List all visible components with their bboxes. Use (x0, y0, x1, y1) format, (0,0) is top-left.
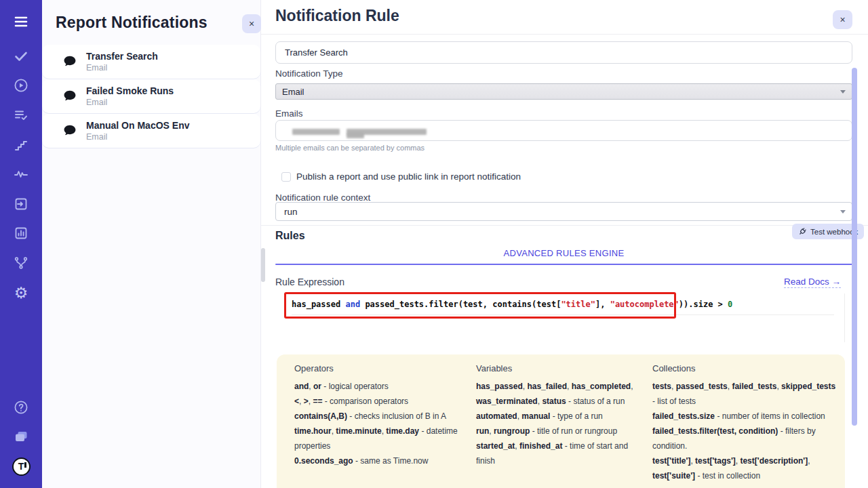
emails-helper-text: Multiple emails can be separated by comm… (275, 144, 425, 152)
drawer-close-button[interactable]: × (242, 14, 261, 33)
rule-name-input[interactable] (275, 41, 852, 64)
redacted-email-text (347, 134, 364, 138)
notification-title: Failed Smoke Runs (86, 85, 174, 96)
help-entry: failed_tests.filter(test, condition) - f… (652, 424, 837, 453)
notification-channel: Email (86, 63, 158, 73)
rule-context-select[interactable]: run (275, 202, 852, 221)
pulse-icon[interactable] (12, 165, 31, 184)
chat-bubble-icon (62, 123, 77, 138)
chevron-down-icon (840, 90, 846, 94)
gear-glyph: ⚙ (14, 285, 28, 301)
chevron-down-icon (840, 210, 846, 214)
help-entry: has_passed, has_failed, has_completed, w… (476, 379, 648, 409)
close-icon[interactable]: × (833, 10, 852, 29)
emails-label: Emails (275, 108, 303, 119)
help-entry: started_at, finished_at - time of start … (476, 439, 648, 468)
steps-icon[interactable] (12, 136, 31, 155)
help-entry: tests, passed_tests, failed_tests, skipp… (652, 379, 837, 409)
help-icon[interactable] (12, 398, 31, 417)
projects-icon[interactable] (12, 427, 31, 446)
notification-list-item[interactable]: Transfer SearchEmail (42, 45, 260, 79)
help-column: Collectionstests, passed_tests, failed_t… (652, 363, 837, 483)
help-entry: time.hour, time.minute, time.day - datet… (294, 424, 458, 453)
tab-advanced-rules-engine[interactable]: ADVANCED RULES ENGINE (275, 248, 852, 258)
drawer-scrollbar-thumb[interactable] (261, 248, 265, 282)
rules-heading: Rules (275, 230, 305, 242)
read-docs-link[interactable]: Read Docs → (784, 277, 841, 288)
divider (260, 225, 868, 226)
context-label: Notification rule context (275, 192, 370, 203)
chat-bubble-icon (62, 54, 77, 69)
logo-tick (24, 462, 26, 468)
chat-bubble-icon (62, 89, 77, 104)
help-entry: <, >, == - comparison operators (294, 394, 458, 409)
redacted-email-text (292, 129, 340, 135)
help-entry: 0.seconds_ago - same as Time.now (294, 453, 458, 468)
logo-letter: T (18, 461, 24, 472)
logo-testomat[interactable]: T (12, 457, 31, 476)
publish-report-checkbox[interactable] (281, 172, 291, 182)
publish-report-label: Publish a report and use public link in … (296, 171, 521, 182)
help-column: Operatorsand, or - logical operators<, >… (294, 363, 458, 468)
notification-channel: Email (86, 98, 174, 107)
analytics-icon[interactable] (12, 224, 31, 243)
report-notifications-drawer: Report Notifications × Transfer SearchEm… (42, 0, 260, 488)
rule-expression-editor[interactable]: has_passed and passed_tests.filter(test,… (282, 293, 854, 350)
help-entry: contains(A,B) - checks inclusion of B in… (294, 409, 458, 424)
help-entry: run, rungroup - title of run or rungroup (476, 424, 648, 439)
notification-channel: Email (86, 132, 189, 142)
notification-title: Manual On MacOS Env (86, 120, 189, 131)
help-column: Variableshas_passed, has_failed, has_com… (476, 363, 648, 468)
notification-rule-panel: Notification Rule × Notification Type Em… (260, 0, 868, 488)
help-entry: automated, manual - type of a run (476, 409, 648, 424)
runs-list-icon[interactable] (12, 106, 31, 125)
page-title: Notification Rule (275, 7, 399, 25)
main-scrollbar-thumb[interactable] (852, 68, 857, 426)
help-entry: failed_tests.size - number of items in c… (652, 409, 837, 424)
drawer-title: Report Notifications (56, 14, 208, 32)
notification-type-select[interactable]: Email (275, 83, 852, 100)
app-sidebar: ⚙ T (0, 0, 42, 488)
notification-type-label: Notification Type (275, 68, 343, 79)
rules-help-panel: Operatorsand, or - logical operators<, >… (277, 354, 845, 488)
code-line: has_passed and passed_tests.filter(test,… (292, 293, 834, 315)
notification-list: Transfer SearchEmailFailed Smoke RunsEma… (42, 45, 260, 148)
help-entry: test['title'], test['tags'], test['descr… (652, 453, 837, 483)
gear-icon[interactable]: ⚙ (12, 283, 31, 302)
play-circle-icon[interactable] (12, 76, 31, 95)
plug-icon (798, 227, 807, 236)
check-icon[interactable] (12, 47, 31, 66)
branch-icon[interactable] (12, 253, 31, 272)
notification-title: Transfer Search (86, 51, 158, 62)
menu-icon[interactable] (12, 12, 31, 31)
app-window: ⚙ T Report Notifications × Transfer Sear… (0, 0, 868, 488)
emails-input[interactable] (275, 120, 852, 141)
help-entry: and, or - logical operators (294, 379, 458, 394)
help-column-title: Collections (652, 363, 837, 373)
rule-expression-label: Rule Expression (275, 277, 344, 287)
help-column-title: Operators (294, 363, 458, 373)
editor-divider (844, 293, 845, 342)
sign-in-icon[interactable] (12, 195, 31, 214)
help-column-title: Variables (476, 363, 648, 373)
notification-list-item[interactable]: Failed Smoke RunsEmail (42, 79, 260, 113)
test-webhook-label: Test webhook (810, 228, 858, 236)
tab-active-underline (275, 264, 852, 265)
notification-list-item[interactable]: Manual On MacOS EnvEmail (42, 114, 260, 148)
rule-context-value: run (284, 207, 298, 217)
notification-type-value: Email (282, 87, 304, 97)
divider (260, 34, 868, 35)
